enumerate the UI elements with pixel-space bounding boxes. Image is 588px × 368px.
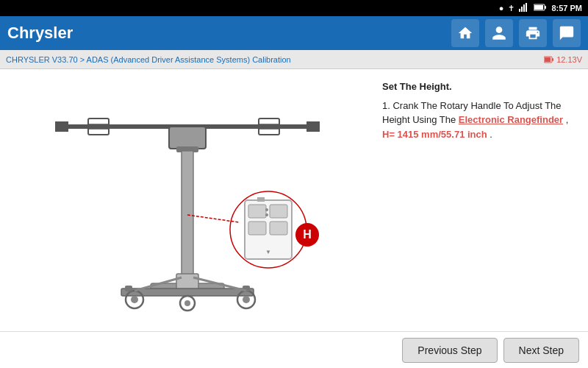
- svg-rect-25: [248, 205, 266, 218]
- time-display: 8:57 PM: [551, 4, 582, 13]
- next-step-button[interactable]: Next Step: [503, 338, 579, 363]
- button-row: Previous Step Next Step: [0, 331, 588, 368]
- main-content: H ▼ Set The Height.: [0, 69, 588, 331]
- svg-rect-11: [55, 121, 68, 132]
- app-title: Chrysler: [7, 24, 445, 43]
- svg-rect-8: [545, 57, 551, 62]
- diagram-area: H ▼: [0, 69, 375, 331]
- svg-rect-21: [182, 151, 193, 283]
- location-icon: ●: [499, 4, 504, 13]
- svg-rect-5: [534, 5, 543, 10]
- svg-rect-28: [270, 222, 287, 235]
- period: .: [487, 129, 492, 140]
- step1-suffix: ,: [563, 114, 568, 125]
- svg-rect-44: [125, 286, 132, 291]
- breadcrumb-text: CHRYSLER V33.70 > ADAS (Advanced Driver …: [6, 55, 291, 64]
- voltage-display: 12.13V: [544, 55, 582, 64]
- svg-text:H: H: [303, 228, 312, 241]
- svg-point-43: [184, 300, 190, 306]
- svg-rect-9: [552, 58, 553, 61]
- instruction-title: Set The Height.: [382, 79, 578, 94]
- svg-point-39: [131, 296, 138, 303]
- svg-rect-12: [306, 121, 320, 132]
- svg-rect-26: [270, 205, 287, 218]
- export-button[interactable]: [553, 19, 581, 47]
- svg-rect-29: [257, 197, 265, 202]
- svg-point-30: [265, 208, 268, 211]
- instructions-panel: Set The Height. 1. Crank The Rotary Hand…: [375, 69, 588, 331]
- rangefinder-link: Electronic Rangefinder: [459, 114, 563, 125]
- status-bar: ● ✝ 8:57 PM: [0, 0, 588, 16]
- profile-button[interactable]: [485, 19, 513, 47]
- svg-rect-0: [519, 9, 520, 12]
- bluetooth-icon: ✝: [508, 4, 514, 13]
- breadcrumb: CHRYSLER V33.70 > ADAS (Advanced Driver …: [0, 50, 588, 69]
- svg-point-41: [243, 296, 250, 303]
- home-button[interactable]: [451, 19, 479, 47]
- svg-rect-2: [523, 4, 525, 12]
- svg-rect-19: [169, 127, 206, 149]
- height-value: H= 1415 mm/55.71 inch: [382, 129, 487, 140]
- header: Chrysler: [0, 16, 588, 50]
- svg-rect-3: [526, 3, 527, 12]
- instruction-body: 1. Crank The Rotary Handle To Adjust The…: [382, 99, 578, 142]
- signal-icon: [519, 3, 529, 13]
- previous-step-button[interactable]: Previous Step: [402, 338, 497, 363]
- adas-diagram: H ▼: [26, 86, 349, 314]
- svg-point-31: [265, 213, 268, 216]
- battery-icon: [534, 4, 547, 13]
- svg-rect-6: [545, 6, 546, 9]
- svg-rect-1: [521, 7, 523, 12]
- instruction-title-text: Set The Height.: [382, 81, 452, 92]
- print-button[interactable]: [519, 19, 547, 47]
- svg-text:▼: ▼: [265, 249, 271, 255]
- svg-rect-27: [248, 222, 266, 235]
- voltage-value: 12.13V: [556, 55, 582, 64]
